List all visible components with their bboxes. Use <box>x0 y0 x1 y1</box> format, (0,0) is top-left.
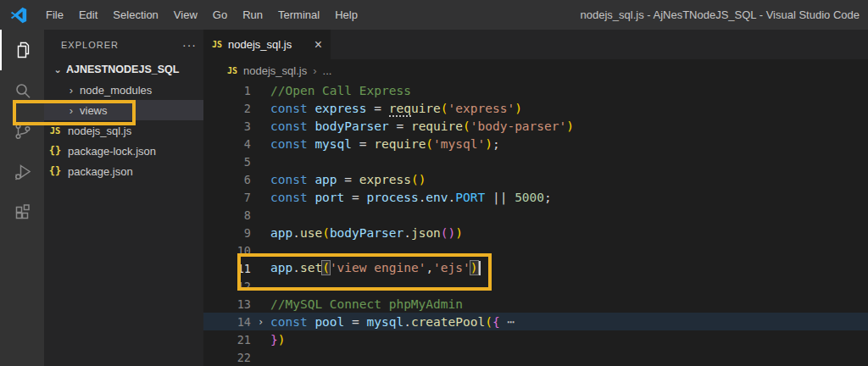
window-title: nodejs_sql.js - AjNesTNodeJS_SQL - Visua… <box>580 8 868 21</box>
close-icon[interactable]: × <box>314 38 322 52</box>
line-number: 7 <box>203 191 251 204</box>
line-number: 5 <box>203 155 251 169</box>
line-number: 3 <box>203 119 251 133</box>
file-label: package-lock.json <box>66 145 156 158</box>
run-debug-icon[interactable] <box>0 152 44 192</box>
fold-chevron-icon[interactable]: › <box>251 316 270 328</box>
vscode-logo-icon <box>9 6 28 25</box>
json-file-icon: {} <box>44 145 66 157</box>
sidebar-root-folder[interactable]: ⌄ AJNESTNODEJS_SQL <box>44 59 203 80</box>
breadcrumb-symbol[interactable]: ... <box>323 64 332 77</box>
code-line-22[interactable]: 22 <box>203 348 868 366</box>
line-number: 2 <box>203 102 251 115</box>
sidebar-item-node-modules[interactable]: › node_modules <box>44 80 203 100</box>
chevron-right-icon: › <box>64 84 78 97</box>
line-number: 13 <box>203 297 251 311</box>
explorer-header: EXPLORER ··· <box>44 30 203 59</box>
tab-label: nodejs_sql.js <box>228 38 292 51</box>
sidebar-item-nodejs-sql-js[interactable]: JS nodejs_sql.js <box>44 120 203 141</box>
line-number: 6 <box>203 173 251 186</box>
sidebar-item-package-json[interactable]: {} package.json <box>44 161 203 181</box>
js-file-icon: JS <box>44 125 66 136</box>
root-folder-label: AJNESTNODEJS_SQL <box>64 64 179 75</box>
files-icon[interactable] <box>0 30 44 70</box>
breadcrumb-file[interactable]: nodejs_sql.js <box>243 64 307 77</box>
code-text: const express = require('express') <box>270 102 522 115</box>
vscode-window: File Edit Selection View Go Run Terminal… <box>0 0 868 366</box>
sidebar-item-views[interactable]: › views <box>44 100 203 120</box>
menu-view[interactable]: View <box>166 0 205 30</box>
code-text: app.use(bodyParser.json()) <box>270 226 463 240</box>
line-number: 14 <box>203 315 251 329</box>
chevron-right-icon: › <box>64 104 78 117</box>
code-line-10[interactable]: 10 <box>203 241 868 259</box>
code-line-6[interactable]: 6const app = express() <box>203 170 868 188</box>
extensions-icon[interactable] <box>0 192 44 233</box>
menu-file[interactable]: File <box>38 0 71 30</box>
code-text: //MySQL Connect phpMyAdmin <box>270 297 463 311</box>
tab-nodejs-sql-js[interactable]: JS nodejs_sql.js × <box>203 30 331 59</box>
menu-go[interactable]: Go <box>205 0 235 30</box>
menu-help[interactable]: Help <box>327 0 365 30</box>
code-line-21[interactable]: 21}) <box>203 330 868 348</box>
chevron-right-icon: › <box>313 64 316 77</box>
code-text: }) <box>270 333 285 347</box>
code-line-2[interactable]: 2const express = require('express') <box>203 99 868 117</box>
js-file-icon: JS <box>212 40 222 49</box>
line-number: 8 <box>203 208 251 222</box>
code-text: const app = express() <box>270 173 426 186</box>
sidebar-item-package-lock-json[interactable]: {} package-lock.json <box>44 141 203 161</box>
menu-terminal[interactable]: Terminal <box>270 0 327 30</box>
code-line-7[interactable]: 7const port = process.env.PORT || 5000; <box>203 188 868 206</box>
menu-selection[interactable]: Selection <box>105 0 165 30</box>
editor-area: JS nodejs_sql.js × JS nodejs_sql.js › ..… <box>203 30 868 366</box>
explorer-sidebar: EXPLORER ··· ⌄ AJNESTNODEJS_SQL › node_m… <box>44 30 203 366</box>
more-actions-icon[interactable]: ··· <box>182 38 197 52</box>
menu-edit[interactable]: Edit <box>71 0 105 30</box>
line-number: 9 <box>203 226 251 240</box>
title-bar: File Edit Selection View Go Run Terminal… <box>0 0 868 30</box>
code-lines: 1//Open Call Express2const express = req… <box>203 81 868 366</box>
source-control-icon[interactable] <box>0 111 44 152</box>
chevron-down-icon: ⌄ <box>51 64 64 75</box>
folder-label: node_modules <box>78 84 152 97</box>
line-number: 21 <box>203 333 251 347</box>
menu-run[interactable]: Run <box>235 0 270 30</box>
line-number: 22 <box>203 351 251 364</box>
code-text: const port = process.env.PORT || 5000; <box>270 191 552 204</box>
line-number: 10 <box>203 244 251 258</box>
breadcrumb: JS nodejs_sql.js › ... <box>203 59 868 81</box>
code-line-1[interactable]: 1//Open Call Express <box>203 81 868 99</box>
code-line-11[interactable]: 11app.set('view engine','ejs') <box>203 259 868 277</box>
code-line-12[interactable]: 12 <box>203 277 868 295</box>
code-line-3[interactable]: 3const bodyParser = require('body-parser… <box>203 117 868 135</box>
json-file-icon: {} <box>44 165 66 177</box>
code-line-9[interactable]: 9app.use(bodyParser.json()) <box>203 224 868 241</box>
explorer-title: EXPLORER <box>61 40 119 50</box>
search-icon[interactable] <box>0 70 44 111</box>
activity-bar <box>0 30 44 366</box>
file-label: package.json <box>66 165 133 178</box>
code-text: //Open Call Express <box>270 84 411 97</box>
line-number: 4 <box>203 137 251 151</box>
code-line-8[interactable]: 8 <box>203 206 868 224</box>
code-line-13[interactable]: 13//MySQL Connect phpMyAdmin <box>203 295 868 313</box>
code-text: const mysql = require('mysql'); <box>270 137 500 151</box>
folder-label: views <box>78 104 108 117</box>
tab-bar: JS nodejs_sql.js × <box>203 30 868 59</box>
line-number: 11 <box>203 262 251 275</box>
file-label: nodejs_sql.js <box>66 125 131 137</box>
text-cursor <box>479 261 481 275</box>
code-line-14[interactable]: 14›const pool = mysql.createPool({ ⋯ <box>203 313 868 330</box>
js-file-icon: JS <box>227 66 237 75</box>
code-line-5[interactable]: 5 <box>203 152 868 170</box>
line-number: 1 <box>203 84 251 97</box>
code-text: const pool = mysql.createPool({ ⋯ <box>270 315 515 329</box>
line-number: 12 <box>203 280 251 293</box>
code-text: const bodyParser = require('body-parser'… <box>270 119 574 133</box>
code-text: app.set('view engine','ejs') <box>270 261 481 276</box>
code-line-4[interactable]: 4const mysql = require('mysql'); <box>203 135 868 152</box>
